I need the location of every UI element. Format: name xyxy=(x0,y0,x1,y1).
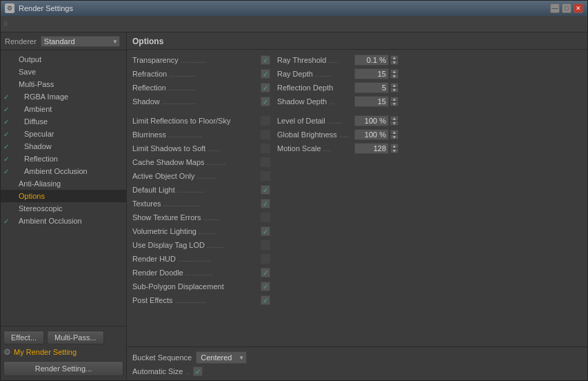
value-spinner-global-brightness: ▲ ▼ xyxy=(354,129,398,140)
autosize-label: Automatic Size xyxy=(132,367,183,375)
option-row-default-light: Default Light ............. xyxy=(132,184,270,196)
sidebar-item-shadow[interactable]: ✓ Shadow xyxy=(1,140,126,153)
spinner-up[interactable]: ▲ xyxy=(390,144,398,148)
sidebar-item-label: Ambient xyxy=(24,105,123,113)
bucket-section: Bucket Sequence Centered Hilbert Linear … xyxy=(127,346,587,380)
input-lod[interactable] xyxy=(354,115,389,126)
sidebar-item-label: Shadow xyxy=(24,142,123,150)
option-row-shadow: Shadow ................ xyxy=(132,95,270,108)
check-cache-shadow[interactable] xyxy=(261,157,270,167)
option-row-render-doodle: Render Doodle ............. xyxy=(132,266,270,279)
sidebar-item-label: RGBA Image xyxy=(24,92,123,101)
check-limit-reflections[interactable] xyxy=(261,116,270,126)
input-global-brightness[interactable] xyxy=(354,129,389,140)
multipass-button[interactable]: Multi-Pass... xyxy=(47,331,104,344)
input-shadow-depth[interactable] xyxy=(354,96,389,107)
check-refraction[interactable] xyxy=(261,69,270,79)
value-label: Ray Depth ........ xyxy=(277,70,353,78)
sidebar-item-reflection[interactable]: ✓ Reflection xyxy=(1,153,126,165)
input-reflection-depth[interactable] xyxy=(354,82,389,93)
spinner-down[interactable]: ▼ xyxy=(390,148,398,153)
value-spinner-ray-depth: ▲ ▼ xyxy=(354,68,398,79)
window-controls: — □ ✕ xyxy=(550,3,583,13)
spinner-up[interactable]: ▲ xyxy=(390,97,398,101)
sidebar-item-output[interactable]: Output xyxy=(1,53,126,66)
autosize-row: Automatic Size .. xyxy=(132,365,582,378)
check-limit-shadows[interactable] xyxy=(261,144,270,153)
spinner-up[interactable]: ▲ xyxy=(390,69,398,74)
sidebar-item-ao-top[interactable]: ✓ Ambient Occlusion xyxy=(1,215,126,227)
sidebar-item-ao-sub[interactable]: ✓ Ambient Occlusion xyxy=(1,165,126,177)
check-blurriness[interactable] xyxy=(261,130,270,139)
sidebar-item-label: Diffuse xyxy=(24,117,123,126)
check-shadow-opt[interactable] xyxy=(261,97,270,106)
sidebar-item-save[interactable]: Save xyxy=(1,66,126,78)
check-save xyxy=(3,68,13,76)
render-setting-name[interactable]: My Render Setting xyxy=(14,348,77,356)
minimize-button[interactable]: — xyxy=(550,3,560,13)
option-row-display-tag: Use Display Tag LOD ........ xyxy=(132,239,270,251)
spinner-down[interactable]: ▼ xyxy=(390,135,398,139)
spinner-up[interactable]: ▲ xyxy=(390,130,398,135)
option-row-refraction: Refraction ............. xyxy=(132,68,270,80)
spinner-down[interactable]: ▼ xyxy=(390,88,398,92)
spinner-up[interactable]: ▲ xyxy=(390,83,398,88)
check-autosize[interactable] xyxy=(193,367,203,376)
check-volumetric[interactable] xyxy=(261,226,270,236)
check-antialiasing xyxy=(3,180,13,188)
spinner-up[interactable]: ▲ xyxy=(390,55,398,60)
bucket-select[interactable]: Centered Hilbert Linear Spiral xyxy=(196,351,247,364)
check-subpoly[interactable] xyxy=(261,282,270,291)
sidebar-item-label: Output xyxy=(19,55,123,63)
check-post-effects[interactable] xyxy=(261,295,270,305)
bucket-row: Bucket Sequence Centered Hilbert Linear … xyxy=(132,350,582,365)
check-output xyxy=(3,56,13,63)
spinner-down[interactable]: ▼ xyxy=(390,74,398,79)
check-multipass xyxy=(3,81,13,88)
option-label: Textures .................. xyxy=(132,199,259,208)
maximize-button[interactable]: □ xyxy=(562,3,571,13)
option-row-show-texture-errors: Show Texture Errors ........ xyxy=(132,211,270,224)
spinner-down[interactable]: ▼ xyxy=(390,60,398,65)
option-row-global-brightness: Global Brightness ..... ▲ ▼ xyxy=(277,128,582,141)
sidebar-item-antialiasing[interactable]: Anti-Aliasing xyxy=(1,177,126,190)
check-render-hud[interactable] xyxy=(261,254,270,264)
check-show-texture-errors[interactable] xyxy=(261,213,270,222)
sidebar-item-ambient[interactable]: ✓ Ambient xyxy=(1,103,126,115)
input-ray-depth[interactable] xyxy=(354,68,389,79)
check-reflection: ✓ xyxy=(3,155,13,163)
main-content: Renderer Standard Physical Hardware Open… xyxy=(1,32,587,380)
bucket-label: Bucket Sequence xyxy=(132,353,192,362)
sidebar-item-diffuse[interactable]: ✓ Diffuse xyxy=(1,115,126,128)
check-specular: ✓ xyxy=(3,130,13,138)
spinner-down[interactable]: ▼ xyxy=(390,101,398,106)
renderer-select[interactable]: Standard Physical Hardware OpenGL xyxy=(41,36,120,47)
render-setting-button[interactable]: Render Setting... xyxy=(3,361,123,376)
sidebar-item-stereoscopic[interactable]: Stereoscopic xyxy=(1,202,126,215)
check-textures[interactable] xyxy=(261,199,270,208)
option-row-reflection: Reflection ............. xyxy=(132,81,270,94)
effect-button[interactable]: Effect... xyxy=(3,331,44,344)
check-display-tag[interactable] xyxy=(261,240,270,250)
check-transparency[interactable] xyxy=(261,55,270,65)
check-ao-sub: ✓ xyxy=(3,168,13,175)
sidebar-item-label: Reflection xyxy=(24,155,123,163)
spinner-up[interactable]: ▲ xyxy=(390,116,398,121)
window-title: Render Settings xyxy=(19,4,546,12)
input-motion-scale[interactable] xyxy=(354,143,389,154)
close-button[interactable]: ✕ xyxy=(574,3,583,13)
check-render-doodle[interactable] xyxy=(261,268,270,277)
input-ray-threshold[interactable] xyxy=(354,55,389,66)
option-row-reflection-depth: Reflection Depth ▲ ▼ xyxy=(277,81,582,94)
sidebar-item-specular[interactable]: ✓ Specular xyxy=(1,128,126,140)
sidebar-item-multipass[interactable]: Multi-Pass xyxy=(1,78,126,90)
check-active-object[interactable] xyxy=(261,171,270,181)
spinner-down[interactable]: ▼ xyxy=(390,121,398,126)
check-default-light[interactable] xyxy=(261,185,270,195)
sidebar-item-rgba[interactable]: ✓ RGBA Image xyxy=(1,90,126,103)
sidebar-item-options[interactable]: Options xyxy=(1,190,126,202)
check-reflection-opt[interactable] xyxy=(261,83,270,92)
check-rgba: ✓ xyxy=(3,93,13,101)
sidebar-item-label: Ambient Occlusion xyxy=(24,167,123,175)
sidebar-item-label: Specular xyxy=(24,130,123,138)
